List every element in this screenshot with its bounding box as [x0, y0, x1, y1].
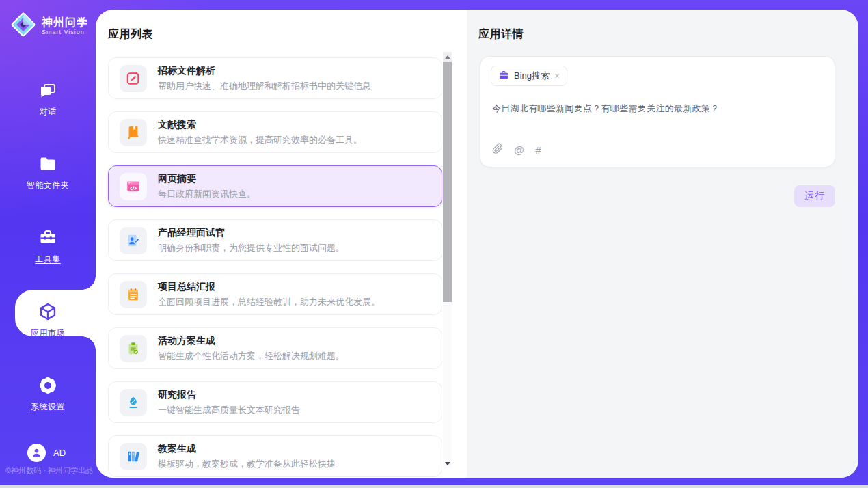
tool-chip-label: Bing搜索	[514, 70, 550, 82]
sidebar: 神州问学 Smart Vision 对话	[0, 0, 96, 485]
app-card-pm-interviewer[interactable]: 产品经理面试官 明确身份和职责，为您提供专业性的面试问题。	[108, 219, 442, 261]
gear-icon	[38, 376, 57, 395]
app-card-bid-analysis[interactable]: 招标文件解析 帮助用户快速、准确地理解和解析招标书中的关键信息	[108, 57, 442, 99]
sidebar-footer: ©神州数码 · 神州问学出品	[5, 465, 96, 476]
app-card-title: 文献搜索	[158, 119, 362, 131]
app-card-description: 模板驱动，教案秒成，教学准备从此轻松快捷	[158, 458, 336, 470]
toolbox-icon	[38, 228, 57, 247]
app-card-lesson-plan[interactable]: 教案生成 模板驱动，教案秒成，教学准备从此轻松快捷	[108, 435, 442, 477]
app-card-description: 一键智能生成高质量长文本研究报告	[158, 404, 300, 416]
app-list-title: 应用列表	[108, 27, 153, 42]
paperclip-icon[interactable]	[492, 143, 503, 157]
sidebar-item-label: 应用市场	[31, 327, 65, 339]
scroll-up-arrow-icon[interactable]	[443, 52, 452, 62]
app-card-web-summary[interactable]: 网页摘要 每日政府新闻资讯快查。	[108, 165, 442, 207]
app-card-event-plan[interactable]: 活动方案生成 智能生成个性化活动方案，轻松解决规划难题。	[108, 327, 442, 369]
close-icon[interactable]: ×	[554, 71, 560, 81]
app-card-description: 每日政府新闻资讯快查。	[158, 188, 256, 200]
app-card-research-report[interactable]: 研究报告 一键智能生成高质量长文本研究报告	[108, 381, 442, 423]
app-detail-title: 应用详情	[478, 27, 524, 42]
folder-icon	[38, 154, 57, 174]
app-card-title: 教案生成	[158, 443, 336, 455]
run-button[interactable]: 运行	[794, 185, 835, 207]
app-list-panel: 应用列表 招标文件解析 帮助用户快速、准确地理解和解析招标书中的关键信息	[96, 10, 467, 478]
mention-icon[interactable]: @	[514, 144, 524, 156]
app-card-title: 网页摘要	[158, 173, 256, 185]
browser-code-icon	[120, 173, 147, 200]
document-edit-icon	[120, 65, 147, 92]
app-card-title: 项目总结汇报	[158, 281, 380, 293]
app-card-title: 活动方案生成	[158, 335, 344, 347]
sidebar-item-smart-folder[interactable]: 智能文件夹	[0, 154, 96, 228]
app-card-title: 产品经理面试官	[158, 227, 344, 239]
sidebar-item-label: 智能文件夹	[27, 180, 70, 191]
app-card-title: 招标文件解析	[158, 65, 371, 77]
app-card-description: 帮助用户快速、准确地理解和解析招标书中的关键信息	[158, 80, 371, 92]
app-card-description: 智能生成个性化活动方案，轻松解决规划难题。	[158, 350, 344, 362]
book-icon	[120, 119, 147, 146]
research-icon	[120, 389, 147, 416]
report-note-icon	[120, 281, 147, 308]
app-card-project-summary[interactable]: 项目总结汇报 全面回顾项目进展，总结经验教训，助力未来优化发展。	[108, 273, 442, 315]
books-icon	[120, 443, 147, 470]
tool-chip-bing-search[interactable]: Bing搜索 ×	[491, 66, 567, 86]
app-window: 神州问学 Smart Vision 对话	[0, 0, 868, 488]
sidebar-nav: 对话 智能文件夹	[0, 81, 96, 450]
sidebar-item-label: 工具集	[35, 254, 61, 265]
app-card-title: 研究报告	[158, 389, 300, 401]
app-card-literature-search[interactable]: 文献搜索 快速精准查找学术资源，提高研究效率的必备工具。	[108, 111, 442, 153]
sidebar-item-settings[interactable]: 系统设置	[0, 376, 96, 450]
hash-icon[interactable]: #	[535, 144, 541, 156]
user-profile[interactable]: AD	[27, 444, 66, 462]
sidebar-item-label: 系统设置	[31, 401, 65, 413]
scrollbar[interactable]	[443, 52, 452, 468]
app-card-description: 明确身份和职责，为您提供专业性的面试问题。	[158, 242, 344, 254]
clipboard-check-icon	[120, 335, 147, 362]
sidebar-item-label: 对话	[40, 106, 57, 118]
app-card-list: 招标文件解析 帮助用户快速、准确地理解和解析招标书中的关键信息 文献搜索	[108, 57, 442, 478]
logo-subtitle: Smart Vision	[42, 29, 88, 36]
briefcase-icon	[498, 70, 509, 83]
main-content: 应用列表 招标文件解析 帮助用户快速、准确地理解和解析招标书中的关键信息	[96, 10, 858, 478]
cube-icon	[38, 302, 57, 321]
app-detail-panel: 应用详情 Bing搜索 × 今日湖北有哪些新闻要点？有哪些需要关注的最新政策？	[467, 10, 858, 478]
gem-logo-icon	[10, 11, 37, 41]
prompt-card[interactable]: Bing搜索 × 今日湖北有哪些新闻要点？有哪些需要关注的最新政策？ @ #	[480, 56, 835, 167]
app-card-description: 全面回顾项目进展，总结经验教训，助力未来优化发展。	[158, 296, 380, 308]
interviewer-icon	[120, 227, 147, 254]
logo: 神州问学 Smart Vision	[0, 0, 96, 41]
app-card-description: 快速精准查找学术资源，提高研究效率的必备工具。	[158, 134, 362, 146]
sidebar-item-app-market[interactable]: 应用市场	[0, 302, 96, 376]
scroll-down-arrow-icon[interactable]	[443, 459, 452, 468]
window-bottom-strip	[0, 485, 868, 488]
chat-icon	[38, 81, 57, 100]
avatar	[27, 444, 46, 462]
scrollbar-thumb[interactable]	[443, 62, 452, 302]
user-name: AD	[53, 448, 66, 458]
prompt-toolbar: @ #	[491, 143, 824, 157]
sidebar-item-chat[interactable]: 对话	[0, 81, 96, 154]
prompt-text[interactable]: 今日湖北有哪些新闻要点？有哪些需要关注的最新政策？	[491, 103, 824, 115]
logo-title: 神州问学	[42, 16, 88, 29]
